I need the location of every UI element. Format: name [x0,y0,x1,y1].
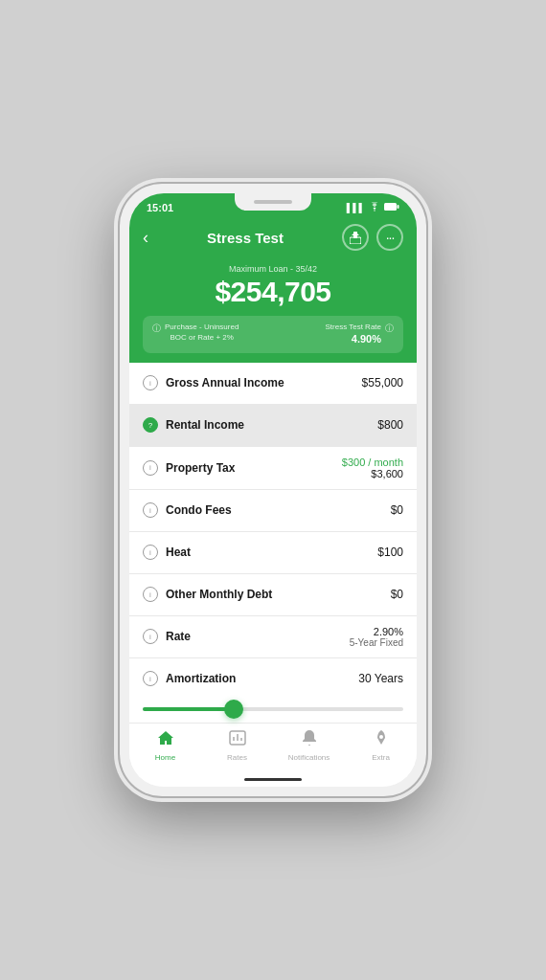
hero-amount: $254,705 [143,276,403,308]
svg-rect-2 [398,205,399,209]
info-icon: i [143,375,158,390]
info-circle-left: ⓘ [152,323,161,335]
share-button[interactable] [342,224,369,251]
row-value: $55,000 [362,376,403,390]
app-header: ‹ Stress Test ··· [129,220,417,258]
info-icon: i [143,460,158,476]
nav-item-extra[interactable]: Extra [345,729,417,762]
hero-left-text: Purchase - Uninsured BOC or Rate + 2% [165,322,239,343]
rates-nav-icon [228,729,247,751]
nav-label: Home [155,753,175,762]
info-icon: i [143,629,158,644]
info-icon: i [143,545,158,560]
hero-section: Maximum Loan - 35/42 $254,705 ⓘ Purchase… [129,258,417,363]
wifi-icon [369,202,380,213]
nav-label: Notifications [288,753,330,762]
hero-subtitle: Maximum Loan - 35/42 [143,264,403,274]
nav-item-home[interactable]: Home [129,729,201,762]
row-label: Rental Income [166,418,377,432]
row-label: Rate [166,630,350,643]
table-row[interactable]: iCondo Fees$0 [129,490,417,532]
header-actions: ··· [342,224,403,251]
notch [235,193,311,211]
slider-fill [143,707,234,711]
row-label: Other Monthly Debt [166,588,391,601]
row-value: $800 [377,418,403,432]
svg-marker-4 [352,232,359,235]
row-label: Amortization [166,672,358,685]
svg-point-0 [374,210,375,211]
hero-info-row: ⓘ Purchase - Uninsured BOC or Rate + 2% … [143,316,403,353]
content-area: iGross Annual Income$55,000?Rental Incom… [129,363,417,696]
battery-icon [384,202,399,213]
nav-label: Rates [227,753,247,762]
back-button[interactable]: ‹ [143,228,148,248]
hero-right-text: Stress Test Rate 4.90% [325,322,381,347]
svg-rect-1 [384,203,397,211]
more-button[interactable]: ··· [376,224,403,251]
row-label: Condo Fees [166,503,391,517]
home-pill [244,778,302,781]
slider-track [143,707,403,711]
table-row[interactable]: iHeat$100 [129,532,417,574]
home-nav-icon [156,729,175,751]
nav-label: Extra [372,753,390,762]
table-row[interactable]: iOther Monthly Debt$0 [129,574,417,616]
hero-info-right: Stress Test Rate 4.90% ⓘ [325,322,394,347]
hero-info-left: ⓘ Purchase - Uninsured BOC or Rate + 2% [152,322,239,343]
row-value: $300 / month$3,600 [342,457,403,479]
svg-rect-5 [350,237,361,244]
table-row[interactable]: iProperty Tax$300 / month$3,600 [129,447,417,490]
signal-icon: ▌▌▌ [347,203,365,212]
nav-item-notifications[interactable]: Notifications [273,729,345,762]
home-indicator [129,771,417,787]
bell-nav-icon [301,729,318,751]
info-icon: i [143,502,158,518]
row-value: $0 [391,588,403,601]
row-value: 30 Years [358,672,403,685]
row-value: 2.90%5-Year Fixed [350,626,403,648]
nav-item-rates[interactable]: Rates [201,729,273,762]
status-icons: ▌▌▌ [347,202,399,213]
row-label: Gross Annual Income [166,376,362,390]
info-icon: i [143,671,158,686]
info-circle-right: ⓘ [385,323,394,335]
slider-area [129,696,417,723]
row-label: Heat [166,546,377,559]
slider-thumb[interactable] [224,700,243,719]
more-dots-icon: ··· [386,231,395,244]
info-icon: i [143,587,158,602]
row-value: $0 [391,503,403,517]
row-label: Property Tax [166,461,342,475]
table-row[interactable]: iAmortization30 Years [129,658,417,696]
table-row[interactable]: iRate2.90%5-Year Fixed [129,616,417,658]
row-value: $100 [377,546,403,559]
table-row[interactable]: ?Rental Income$800 [129,405,417,447]
bottom-nav: HomeRatesNotificationsExtra [129,723,417,771]
table-row[interactable]: iGross Annual Income$55,000 [129,363,417,405]
header-title: Stress Test [207,230,284,246]
status-time: 15:01 [147,202,173,213]
rocket-nav-icon [373,729,390,751]
question-icon: ? [143,417,158,433]
